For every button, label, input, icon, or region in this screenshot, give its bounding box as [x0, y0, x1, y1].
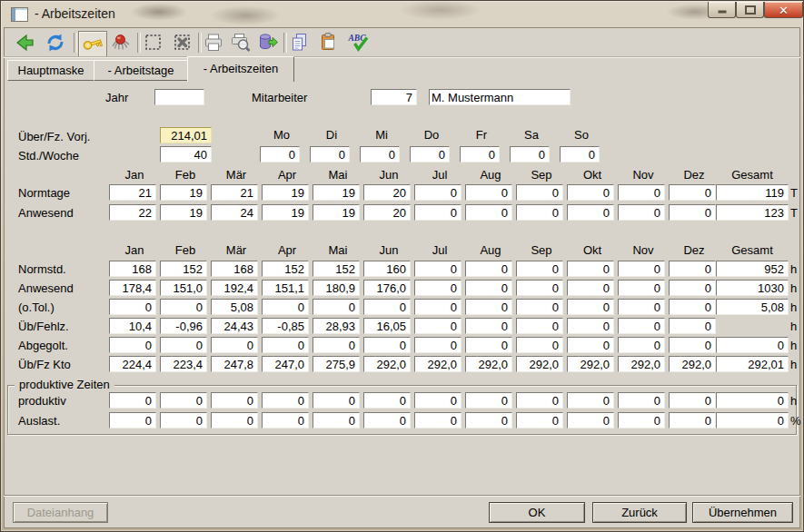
value-field[interactable]	[363, 337, 411, 353]
gesamt-field[interactable]	[716, 356, 789, 372]
value-field[interactable]	[160, 261, 207, 277]
gesamt-field[interactable]	[716, 392, 789, 409]
value-field[interactable]	[160, 204, 207, 221]
value-field[interactable]	[669, 280, 716, 296]
maximize-button[interactable]	[736, 2, 764, 18]
value-field[interactable]	[516, 356, 563, 372]
value-field[interactable]	[414, 392, 462, 409]
value-field[interactable]	[669, 318, 716, 334]
value-field[interactable]	[669, 184, 716, 201]
value-field[interactable]	[516, 184, 563, 201]
key-button[interactable]	[78, 31, 107, 57]
value-field[interactable]	[363, 184, 411, 201]
close-button[interactable]: ✕	[764, 2, 803, 18]
value-field[interactable]	[109, 412, 156, 429]
value-field[interactable]	[363, 280, 411, 296]
value-field[interactable]	[414, 412, 462, 429]
tab-hauptmaske[interactable]: Hauptmaske	[7, 60, 94, 81]
weekday-field[interactable]	[410, 146, 450, 163]
value-field[interactable]	[618, 392, 665, 409]
value-field[interactable]	[618, 204, 665, 221]
value-field[interactable]	[160, 280, 207, 296]
value-field[interactable]	[465, 318, 512, 334]
value-field[interactable]	[313, 261, 360, 277]
weekday-field[interactable]	[510, 146, 550, 163]
value-field[interactable]	[669, 412, 716, 429]
value-field[interactable]	[618, 412, 665, 429]
value-field[interactable]	[669, 337, 716, 353]
value-field[interactable]	[618, 356, 665, 372]
value-field[interactable]	[465, 261, 512, 277]
value-field[interactable]	[109, 337, 156, 353]
value-field[interactable]	[211, 261, 258, 277]
gesamt-field[interactable]	[716, 299, 789, 315]
value-field[interactable]	[160, 299, 207, 315]
value-field[interactable]	[669, 392, 716, 409]
clear-selection-button[interactable]	[171, 32, 194, 54]
print-preview-button[interactable]	[229, 32, 253, 54]
value-field[interactable]	[669, 204, 716, 221]
value-field[interactable]	[516, 392, 563, 409]
value-field[interactable]	[313, 356, 360, 372]
value-field[interactable]	[363, 299, 411, 315]
copy-button[interactable]	[288, 32, 312, 54]
value-field[interactable]	[414, 299, 462, 315]
spider-button[interactable]	[109, 32, 133, 54]
value-field[interactable]	[567, 299, 614, 315]
value-field[interactable]	[363, 392, 411, 409]
print-button[interactable]	[202, 32, 225, 54]
weekday-field[interactable]	[310, 146, 350, 163]
value-field[interactable]	[211, 337, 258, 353]
value-field[interactable]	[363, 318, 411, 334]
value-field[interactable]	[109, 204, 156, 221]
value-field[interactable]	[669, 261, 716, 277]
value-field[interactable]	[516, 299, 563, 315]
value-field[interactable]	[313, 299, 360, 315]
value-field[interactable]	[160, 392, 207, 409]
value-field[interactable]	[567, 261, 614, 277]
value-field[interactable]	[211, 280, 258, 296]
value-field[interactable]	[313, 392, 360, 409]
value-field[interactable]	[567, 318, 614, 334]
weekday-field[interactable]	[560, 146, 600, 163]
value-field[interactable]	[160, 337, 207, 353]
value-field[interactable]	[211, 184, 258, 201]
value-field[interactable]	[516, 204, 563, 221]
value-field[interactable]	[109, 280, 156, 296]
gesamt-field[interactable]	[716, 280, 789, 296]
value-field[interactable]	[262, 299, 309, 315]
tab-arbeitszeiten[interactable]: - Arbeitszeiten	[187, 56, 294, 82]
value-field[interactable]	[567, 412, 614, 429]
value-field[interactable]	[211, 204, 258, 221]
value-field[interactable]	[262, 318, 309, 334]
value-field[interactable]	[618, 280, 665, 296]
spellcheck-button[interactable]: ABC	[347, 32, 371, 54]
value-field[interactable]	[363, 412, 411, 429]
value-field[interactable]	[465, 299, 512, 315]
jahr-input[interactable]	[154, 89, 204, 105]
select-region-button[interactable]	[142, 32, 165, 54]
value-field[interactable]	[109, 184, 156, 201]
value-field[interactable]	[567, 337, 614, 353]
mitarbeiter-name-input[interactable]	[429, 89, 571, 105]
value-field[interactable]	[363, 204, 411, 221]
value-field[interactable]	[211, 412, 258, 429]
value-field[interactable]	[363, 261, 411, 277]
value-field[interactable]	[414, 204, 462, 221]
value-field[interactable]	[567, 280, 614, 296]
value-field[interactable]	[414, 280, 462, 296]
value-field[interactable]	[465, 184, 512, 201]
value-field[interactable]	[262, 261, 309, 277]
value-field[interactable]	[618, 318, 665, 334]
weekday-field[interactable]	[360, 146, 400, 163]
value-field[interactable]	[313, 184, 360, 201]
value-field[interactable]	[211, 356, 258, 372]
value-field[interactable]	[465, 337, 512, 353]
value-field[interactable]	[465, 356, 512, 372]
value-field[interactable]	[262, 204, 309, 221]
value-field[interactable]	[109, 356, 156, 372]
back-button[interactable]	[13, 32, 36, 54]
value-field[interactable]	[618, 184, 665, 201]
value-field[interactable]	[465, 204, 512, 221]
value-field[interactable]	[465, 392, 512, 409]
